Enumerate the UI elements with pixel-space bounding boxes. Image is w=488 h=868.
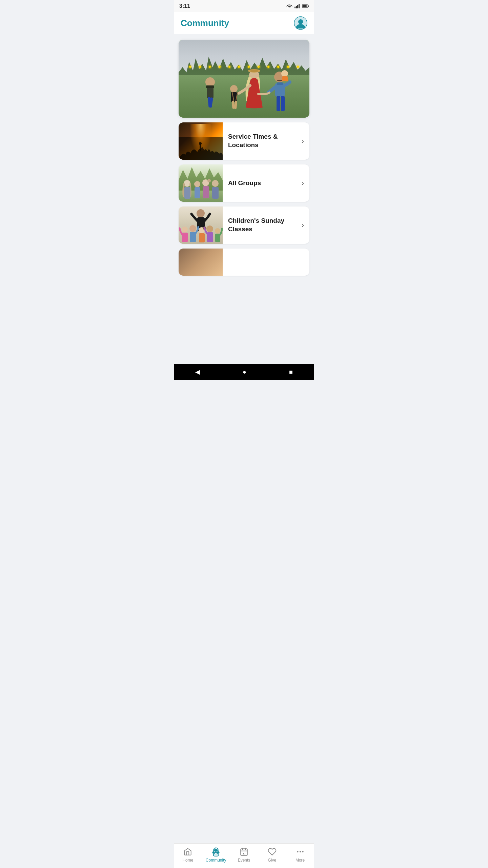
svg-rect-3: [299, 4, 300, 8]
svg-rect-26: [282, 76, 288, 81]
service-times-thumbnail: [179, 122, 223, 160]
svg-rect-10: [207, 86, 214, 98]
svg-rect-22: [250, 70, 258, 72]
svg-point-33: [184, 180, 190, 187]
svg-rect-0: [294, 7, 296, 8]
status-icons: [286, 4, 309, 8]
svg-rect-45: [182, 233, 188, 242]
family-scene: [190, 63, 298, 118]
service-times-item[interactable]: Service Times & Locations ›: [179, 122, 309, 160]
svg-rect-31: [200, 144, 201, 151]
main-content: Service Times & Locations ›: [174, 34, 314, 337]
battery-icon: [302, 4, 309, 8]
svg-rect-41: [212, 187, 219, 199]
groups-bg: [179, 164, 223, 202]
svg-rect-36: [195, 187, 200, 198]
svg-point-44: [182, 226, 188, 233]
svg-point-46: [189, 225, 196, 232]
childrens-label: Children's Sunday Classes: [228, 217, 284, 233]
partial-item[interactable]: [179, 249, 309, 276]
children-class-scene: [179, 206, 223, 244]
all-groups-item[interactable]: All Groups ›: [179, 164, 309, 202]
svg-rect-11: [206, 85, 214, 88]
svg-rect-50: [199, 233, 205, 242]
svg-point-38: [207, 179, 211, 182]
svg-point-51: [206, 225, 213, 232]
svg-rect-30: [281, 96, 285, 111]
all-groups-chevron: ›: [302, 179, 309, 188]
svg-rect-19: [234, 101, 237, 109]
svg-rect-34: [184, 187, 190, 199]
home-button[interactable]: ●: [243, 369, 246, 376]
all-groups-label: All Groups: [228, 179, 261, 186]
recent-button[interactable]: ■: [289, 369, 293, 376]
group-silhouette: [179, 172, 223, 202]
status-bar: 3:11: [174, 0, 314, 12]
childrens-thumbnail: [179, 206, 223, 244]
signal-icon: [294, 4, 300, 8]
wifi-icon: [286, 4, 292, 8]
svg-rect-29: [277, 96, 280, 111]
service-times-label: Service Times & Locations: [228, 133, 278, 149]
concert-bg: [179, 122, 223, 160]
svg-rect-28: [277, 82, 283, 85]
service-times-chevron: ›: [302, 137, 309, 145]
svg-point-8: [298, 19, 303, 24]
all-groups-content: All Groups: [223, 179, 302, 188]
partial-thumbnail: [179, 249, 223, 276]
svg-point-14: [230, 85, 238, 93]
back-button[interactable]: ◀: [195, 368, 200, 376]
page-title: Community: [181, 18, 229, 28]
all-groups-thumbnail: [179, 164, 223, 202]
service-times-content: Service Times & Locations: [223, 133, 302, 149]
svg-rect-1: [296, 6, 297, 8]
avatar-icon[interactable]: [294, 16, 307, 30]
svg-rect-47: [190, 232, 196, 242]
childrens-chevron: ›: [302, 221, 309, 230]
svg-point-53: [215, 228, 220, 234]
svg-rect-2: [297, 5, 298, 8]
header: Community: [174, 12, 314, 34]
status-time: 3:11: [179, 3, 190, 9]
android-nav-bar: ◀ ● ■: [174, 364, 314, 380]
svg-rect-5: [308, 5, 309, 7]
svg-point-9: [205, 77, 215, 87]
svg-point-42: [197, 209, 205, 217]
svg-point-25: [281, 70, 288, 77]
svg-rect-52: [207, 232, 213, 242]
svg-point-35: [194, 181, 200, 187]
children-bg: [179, 206, 223, 244]
svg-point-40: [212, 180, 219, 187]
crowd-silhouette: [179, 139, 223, 160]
childrens-sunday-item[interactable]: Children's Sunday Classes ›: [179, 206, 309, 244]
hero-image: [179, 40, 309, 118]
childrens-content: Children's Sunday Classes: [223, 217, 302, 233]
svg-rect-39: [203, 186, 209, 198]
svg-rect-6: [302, 5, 307, 7]
svg-point-32: [199, 142, 202, 145]
